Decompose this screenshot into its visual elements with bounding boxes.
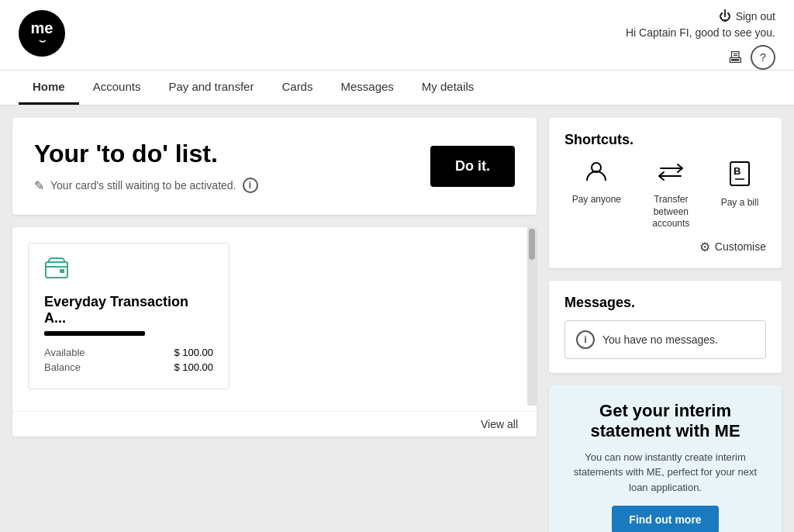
print-icon[interactable]: 🖶 [727, 49, 743, 67]
todo-title: Your 'to do' list. [34, 140, 258, 168]
greeting-text: Hi Captain FI, good to see you. [626, 26, 775, 39]
header-right: ⏻ Sign out Hi Captain FI, good to see yo… [626, 9, 775, 70]
nav-accounts[interactable]: Accounts [79, 71, 155, 105]
scrollbar[interactable] [527, 227, 537, 406]
account-name: Everyday Transaction A... [44, 294, 213, 326]
view-all-link[interactable]: View all [12, 411, 537, 437]
available-label: Available [44, 347, 85, 358]
right-column: Shortcuts. Pay anyone [549, 118, 782, 532]
help-icon[interactable]: ? [751, 45, 775, 70]
todo-subtitle: ✎ Your card's still waiting to be activa… [34, 178, 258, 193]
sign-out-label: Sign out [736, 10, 775, 22]
pay-bill-label: Pay a bill [721, 197, 759, 209]
list-icon: ✎ [34, 178, 44, 193]
svg-rect-1 [60, 269, 64, 273]
nav-cards[interactable]: Cards [268, 71, 326, 105]
sign-out-button[interactable]: ⏻ Sign out [719, 9, 775, 23]
nav-home[interactable]: Home [19, 71, 79, 105]
available-amount: $ 100.00 [174, 347, 213, 358]
shortcut-transfer[interactable]: Transfer between accounts [644, 161, 698, 230]
info-circle-icon: i [576, 330, 595, 349]
accounts-section: Everyday Transaction A... Available $ 10… [12, 227, 537, 437]
customise-button[interactable]: ⚙ Customise [564, 240, 766, 254]
account-available-row: Available $ 100.00 [44, 347, 213, 358]
header-icons: 🖶 ? [727, 45, 775, 70]
navigation: Home Accounts Pay and transfer Cards Mes… [0, 71, 794, 105]
main-content: Your 'to do' list. ✎ Your card's still w… [0, 105, 794, 532]
todo-card: Your 'to do' list. ✎ Your card's still w… [12, 118, 537, 215]
todo-content: Your 'to do' list. ✎ Your card's still w… [34, 140, 258, 193]
customise-label: Customise [715, 240, 766, 253]
balance-label: Balance [44, 361, 81, 373]
shortcut-pay-bill[interactable]: B Pay a bill [721, 161, 759, 230]
scrollbar-thumb [529, 229, 535, 260]
gear-icon: ⚙ [699, 240, 710, 254]
bill-icon: B [729, 161, 751, 192]
shortcuts-grid: Pay anyone Transfer between accounts [564, 161, 766, 230]
message-empty-text: You have no messages. [602, 333, 718, 346]
promo-description: You can now instantly create interim sta… [564, 450, 766, 496]
svg-text:B: B [734, 165, 740, 177]
logo[interactable]: me ⌣ [19, 10, 65, 57]
messages-title: Messages. [564, 295, 766, 311]
transfer-label: Transfer between accounts [644, 194, 698, 230]
person-icon [585, 161, 608, 189]
power-icon: ⏻ [719, 9, 731, 23]
doit-button[interactable]: Do it. [430, 146, 515, 187]
logo-smile: ⌣ [39, 34, 46, 47]
account-card[interactable]: Everyday Transaction A... Available $ 10… [28, 243, 230, 389]
nav-pay-transfer[interactable]: Pay and transfer [154, 71, 268, 105]
message-empty-box: i You have no messages. [564, 320, 766, 359]
left-column: Your 'to do' list. ✎ Your card's still w… [12, 118, 537, 532]
todo-subtitle-text: Your card's still waiting to be activate… [50, 179, 236, 192]
info-icon[interactable]: i [243, 178, 258, 193]
wallet-icon [44, 256, 213, 286]
promo-card: Get your interim statement with ME You c… [549, 385, 782, 532]
nav-messages[interactable]: Messages [326, 71, 407, 105]
messages-card: Messages. i You have no messages. [549, 281, 782, 373]
shortcut-pay-anyone[interactable]: Pay anyone [572, 161, 621, 230]
promo-title: Get your interim statement with ME [564, 401, 766, 442]
transfer-icon [658, 161, 684, 189]
pay-anyone-label: Pay anyone [572, 194, 621, 206]
account-balance-row: Balance $ 100.00 [44, 361, 213, 373]
header: me ⌣ ⏻ Sign out Hi Captain FI, good to s… [0, 0, 794, 71]
accounts-list: Everyday Transaction A... Available $ 10… [12, 227, 537, 405]
shortcuts-title: Shortcuts. [564, 132, 766, 148]
nav-my-details[interactable]: My details [408, 71, 488, 105]
promo-button[interactable]: Find out more [612, 506, 718, 532]
shortcuts-card: Shortcuts. Pay anyone [549, 118, 782, 268]
account-bar [44, 331, 145, 336]
balance-amount: $ 100.00 [174, 361, 213, 373]
